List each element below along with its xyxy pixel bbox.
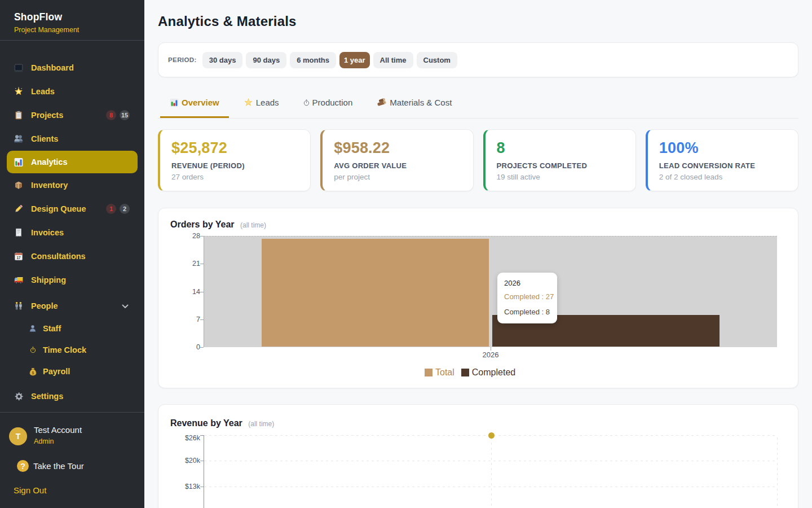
svg-text:17: 17 xyxy=(16,256,21,260)
svg-text:$: $ xyxy=(32,370,34,375)
